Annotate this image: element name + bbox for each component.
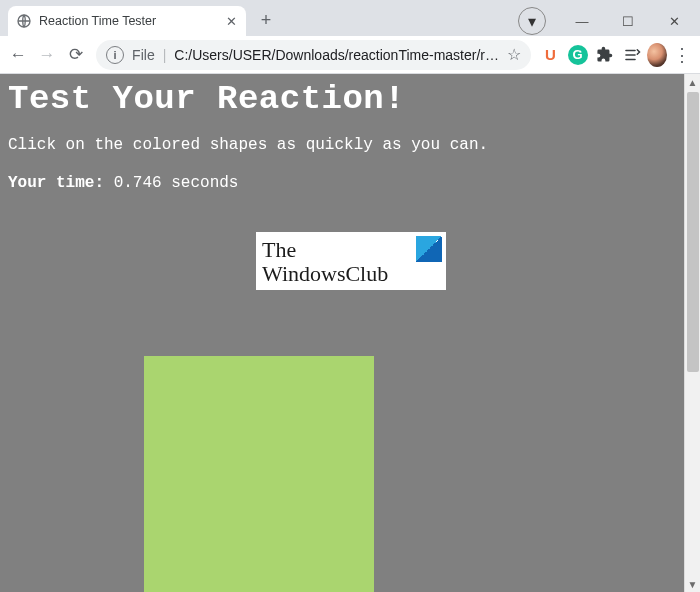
page-content: Test Your Reaction! Click on the colored… <box>0 74 684 592</box>
url-text: C:/Users/USER/Downloads/reactionTime-mas… <box>174 47 499 63</box>
new-tab-button[interactable]: + <box>252 6 280 34</box>
site-info-icon[interactable]: i <box>106 46 124 64</box>
browser-toolbar: ← → ⟳ i File | C:/Users/USER/Downloads/r… <box>0 36 700 74</box>
address-bar[interactable]: i File | C:/Users/USER/Downloads/reactio… <box>96 40 531 70</box>
browser-menu-button[interactable]: ⋮ <box>671 44 694 66</box>
nav-back-button[interactable]: ← <box>6 40 31 70</box>
extension-ubersuggest-icon[interactable]: U <box>539 41 562 69</box>
logo-corner-icon <box>416 236 442 262</box>
browser-tab[interactable]: Reaction Time Tester ✕ <box>8 6 246 36</box>
window-minimize-button[interactable]: — <box>560 7 604 35</box>
window-controls: ▾ — ☐ ✕ <box>518 6 700 36</box>
windowsclub-logo: The WindowsClub <box>256 232 446 290</box>
scroll-down-arrow-icon[interactable]: ▼ <box>685 576 700 592</box>
logo-line-1: The <box>262 238 388 262</box>
scroll-up-arrow-icon[interactable]: ▲ <box>685 74 700 90</box>
bookmark-star-icon[interactable]: ☆ <box>507 45 521 64</box>
page-heading: Test Your Reaction! <box>8 80 676 118</box>
logo-line-2: WindowsClub <box>262 262 388 286</box>
time-label: Your time: <box>8 174 104 192</box>
browser-titlebar: Reaction Time Tester ✕ + ▾ — ☐ ✕ <box>0 0 700 36</box>
scroll-thumb[interactable] <box>687 92 699 372</box>
extension-grammarly-icon[interactable]: G <box>566 41 589 69</box>
reading-list-icon[interactable] <box>620 41 643 69</box>
reaction-shape[interactable] <box>144 356 374 592</box>
account-chevron-icon[interactable]: ▾ <box>518 7 546 35</box>
viewport: Test Your Reaction! Click on the colored… <box>0 74 700 592</box>
vertical-scrollbar[interactable]: ▲ ▼ <box>684 74 700 592</box>
profile-avatar[interactable] <box>647 43 667 67</box>
window-maximize-button[interactable]: ☐ <box>606 7 650 35</box>
page-instructions: Click on the colored shapes as quickly a… <box>8 136 676 154</box>
time-readout: Your time: 0.746 seconds <box>8 174 676 192</box>
time-value: 0.746 seconds <box>114 174 239 192</box>
nav-reload-button[interactable]: ⟳ <box>63 40 88 70</box>
extensions-puzzle-icon[interactable] <box>593 41 616 69</box>
omnibox-divider: | <box>163 47 167 63</box>
nav-forward-button: → <box>35 40 60 70</box>
globe-icon <box>16 13 32 29</box>
tab-title: Reaction Time Tester <box>39 14 217 28</box>
tab-close-icon[interactable]: ✕ <box>224 14 238 28</box>
file-scheme-label: File <box>132 47 155 63</box>
window-close-button[interactable]: ✕ <box>652 7 696 35</box>
